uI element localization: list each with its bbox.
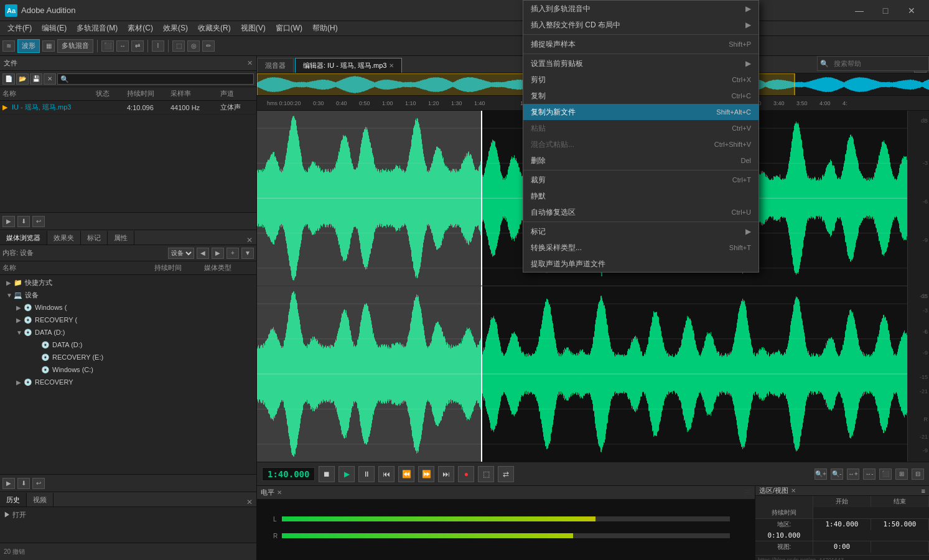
menu-file[interactable]: 文件(F) — [2, 21, 37, 36]
close-file-btn[interactable]: ✕ — [44, 73, 56, 85]
media-loop-btn[interactable]: ↩ — [32, 478, 45, 489]
media-filter[interactable]: ▼ — [241, 248, 254, 259]
selection-panel-close-icon[interactable]: ✕ — [791, 487, 796, 494]
transport-extra-btn[interactable]: ⇄ — [498, 466, 514, 482]
zoom-h-in-btn[interactable]: ↔+ — [847, 469, 859, 480]
tree-item-data-sub[interactable]: 💿 DATA (D:) — [29, 338, 255, 351]
help-search[interactable]: 🔍 — [817, 56, 929, 71]
levels-panel-close-icon[interactable]: ✕ — [277, 489, 282, 496]
sel-view-duration[interactable] — [755, 553, 813, 555]
transport-rwd-btn[interactable]: ⏪ — [398, 466, 414, 482]
ctx-marker[interactable]: 标记 ▶ — [523, 223, 759, 240]
tab-file-editor[interactable]: 编辑器: IU - 瑶马, 瑶马.mp3 ✕ — [295, 58, 402, 73]
tree-item-data-d[interactable]: ▼ 💿 DATA (D:) — [11, 326, 255, 338]
menu-help[interactable]: 帮助(H) — [307, 21, 343, 36]
selection-collapse-icon[interactable]: ≡ — [922, 487, 925, 495]
transport-end-btn[interactable]: ⏭ — [438, 466, 454, 482]
toolbar-select[interactable]: ⬚ — [172, 40, 185, 52]
tab-media-browser[interactable]: 媒体浏览器 — [0, 231, 47, 245]
close-button[interactable]: ✕ — [899, 2, 924, 19]
zoom-out-btn[interactable]: 🔍- — [831, 469, 843, 480]
save-file-btn[interactable]: 💾 — [30, 73, 42, 85]
transport-stop-btn[interactable]: ⏹ — [319, 466, 335, 482]
open-file-btn[interactable]: 📂 — [16, 73, 29, 85]
playhead[interactable] — [481, 111, 482, 286]
ctx-cut[interactable]: 剪切 Ctrl+X — [523, 72, 759, 88]
menu-edit[interactable]: 编辑(E) — [37, 21, 72, 36]
media-prev[interactable]: ◀ — [197, 248, 209, 259]
transport-record-btn[interactable]: ● — [458, 466, 474, 482]
zoom-all-btn[interactable]: ⊟ — [912, 469, 924, 480]
sel-view-end[interactable] — [871, 541, 929, 553]
tab-markers[interactable]: 标记 — [81, 231, 108, 245]
insert-files-btn[interactable]: ⬇ — [17, 216, 30, 227]
help-search-input[interactable] — [831, 60, 928, 67]
maximize-button[interactable]: □ — [873, 2, 898, 19]
media-device-select[interactable]: 设备 — [168, 248, 194, 259]
menu-multitrack[interactable]: 多轨混音(M) — [72, 21, 123, 36]
toolbar-btn2[interactable]: ↔ — [116, 40, 129, 52]
ctx-auto-heal[interactable]: 自动修复选区 Ctrl+U — [523, 204, 759, 220]
media-panel-close[interactable]: ✕ — [243, 236, 256, 245]
tab-video[interactable]: 视频 — [27, 493, 54, 506]
waveform-bottom-channel[interactable] — [257, 286, 907, 462]
transport-loop-btn[interactable]: ⬚ — [478, 466, 494, 482]
zoom-in-btn[interactable]: 🔍+ — [815, 469, 827, 480]
history-panel-close[interactable]: ✕ — [243, 498, 256, 506]
toolbar-draw[interactable]: ✏ — [202, 40, 215, 52]
tree-item-recovery2[interactable]: ▶ 💿 RECOVERY — [11, 376, 255, 388]
ctx-copy-new-file[interactable]: 复制为新文件 Shift+Alt+C — [523, 104, 759, 120]
media-add[interactable]: + — [226, 248, 239, 259]
tab-close-icon[interactable]: ✕ — [389, 62, 394, 69]
file-row[interactable]: ▶ IU - 瑶马, 瑶马.mp3 4:10.096 44100 Hz 立体声 — [0, 101, 256, 114]
toolbar-icon1[interactable]: ≋ — [2, 40, 15, 52]
transport-prev-btn[interactable]: ⏮ — [378, 466, 394, 482]
media-insert-btn[interactable]: ⬇ — [17, 478, 30, 489]
zoom-sel-btn[interactable]: ⊞ — [895, 469, 908, 480]
minimize-button[interactable]: — — [847, 2, 872, 19]
ctx-copy[interactable]: 复制 Ctrl+C — [523, 88, 759, 104]
toolbar-cursor[interactable]: I — [152, 40, 164, 52]
transport-fwd-btn[interactable]: ⏩ — [418, 466, 434, 482]
ctx-capture-noise[interactable]: 捕捉噪声样本 Shift+P — [523, 36, 759, 52]
toolbar-zoom-in[interactable]: ⬛ — [101, 40, 114, 52]
ctx-delete[interactable]: 删除 Del — [523, 152, 759, 169]
transport-play-btn[interactable]: ▶ — [338, 466, 355, 482]
loop-files-btn[interactable]: ↩ — [32, 216, 45, 227]
sel-region-end[interactable]: 1:50.000 — [871, 519, 929, 530]
ctx-trim[interactable]: 裁剪 Ctrl+T — [523, 172, 759, 188]
tree-item-windows-c2[interactable]: 💿 Windows (C:) — [29, 363, 255, 376]
media-next[interactable]: ▶ — [212, 248, 224, 259]
levels-collapse-icon[interactable]: ≡ — [744, 486, 751, 499]
tab-mixer[interactable]: 混音器 — [257, 58, 294, 73]
toolbar-lasso[interactable]: ◎ — [187, 40, 200, 52]
sel-region-start[interactable]: 1:40.000 — [813, 519, 871, 530]
tree-item-recovery[interactable]: ▶ 💿 RECOVERY ( — [11, 314, 255, 326]
toolbar-icon2[interactable]: ▦ — [42, 40, 55, 52]
sel-view-start[interactable]: 0:00 — [813, 541, 871, 553]
menu-materials[interactable]: 素材(C) — [123, 21, 158, 36]
play-files-btn[interactable]: ▶ — [2, 216, 15, 227]
ctx-set-clipboard[interactable]: 设置当前剪贴板 ▶ — [523, 55, 759, 72]
transport-pause-btn[interactable]: ⏸ — [358, 466, 375, 482]
menu-view[interactable]: 视图(V) — [236, 21, 271, 36]
files-panel-close[interactable]: ✕ — [247, 59, 253, 67]
tree-item-windows-c[interactable]: ▶ 💿 Windows ( — [11, 301, 255, 314]
ctx-insert-multitrack[interactable]: 插入到多轨混音中 ▶ — [523, 1, 759, 17]
ctx-extract-channel[interactable]: 提取声道为单声道文件 — [523, 256, 759, 272]
ctx-insert-cd[interactable]: 插入整段文件到 CD 布局中 ▶ — [523, 17, 759, 33]
history-item-open[interactable]: ▶ 打开 — [4, 510, 253, 520]
multitrack-mode-button[interactable]: 多轨混音 — [57, 39, 93, 53]
new-file-btn[interactable]: 📄 — [2, 73, 15, 85]
waveform-mode-button[interactable]: 波形 — [17, 39, 40, 53]
zoom-fit-btn[interactable]: ⬛ — [879, 469, 892, 480]
sel-region-duration[interactable]: 0:10.000 — [755, 530, 813, 541]
ctx-silence[interactable]: 静默 — [523, 188, 759, 204]
tree-item-devices[interactable]: ▼ 💻 设备 — [1, 289, 255, 301]
toolbar-btn3[interactable]: ⇄ — [131, 40, 144, 52]
menu-favorites[interactable]: 收藏夹(R) — [193, 21, 236, 36]
media-play-btn[interactable]: ▶ — [2, 478, 15, 489]
tree-item-shortcuts[interactable]: ▶ 📁 快捷方式 — [1, 276, 255, 289]
tab-history[interactable]: 历史 — [0, 493, 27, 506]
files-search-input[interactable] — [57, 73, 254, 85]
